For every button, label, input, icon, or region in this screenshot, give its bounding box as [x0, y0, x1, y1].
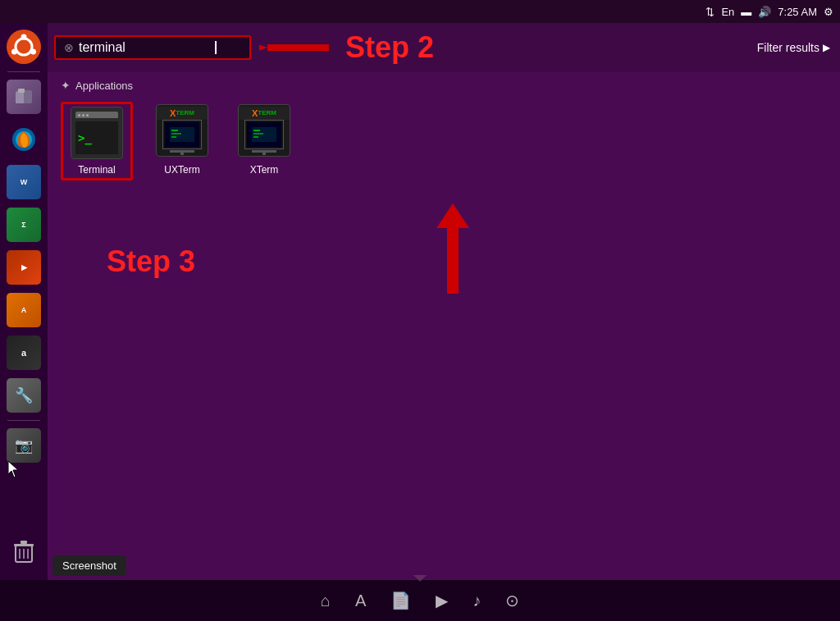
terminal-titlebar	[75, 112, 118, 118]
sidebar-item-screenshot-tool[interactable]: 📷	[4, 426, 43, 465]
xterm-monitor	[244, 120, 284, 149]
bottom-bar-arrow	[413, 575, 427, 582]
top-bar: ⇅ En ▬ 🔊 7:25 AM ⚙	[0, 0, 840, 23]
search-bar-container: ⊗ terminal Step 2 Filter results	[48, 23, 840, 72]
applications-section: ✦ Applications >_ Terminal	[48, 72, 840, 187]
filter-results-button[interactable]: Filter results ▶	[757, 41, 830, 54]
trash-icon	[7, 535, 41, 569]
files-icon	[7, 80, 41, 114]
terminal-prompt: >_	[78, 131, 92, 144]
sidebar-item-ubuntu[interactable]	[4, 27, 43, 66]
calc-icon: Σ	[7, 208, 41, 242]
sidebar-item-files[interactable]	[4, 77, 43, 116]
sidebar-item-impress[interactable]: ▶	[4, 248, 43, 287]
step3-label: Step 3	[107, 244, 195, 279]
step3-arrow-head	[436, 203, 469, 228]
terminal-screen: >_	[75, 121, 118, 154]
bottom-home-icon[interactable]: ⌂	[321, 591, 331, 610]
section-header-icon: ✦	[61, 79, 71, 92]
network-icon: ⇅	[705, 6, 714, 18]
main-content: ⊗ terminal Step 2 Filter results	[48, 23, 840, 580]
search-input[interactable]: terminal	[79, 40, 210, 55]
clock: 7:25 AM	[778, 6, 817, 18]
uxterm-stand	[180, 153, 184, 155]
sidebar: W Σ ▶ A a 🔧 📷	[0, 23, 48, 580]
svg-rect-21	[171, 136, 176, 138]
ubuntu-logo	[7, 30, 41, 64]
svg-rect-23	[253, 130, 260, 131]
bottom-music-icon[interactable]: ♪	[472, 591, 481, 610]
xterm-app-icon: X TERM	[235, 102, 293, 159]
top-bar-right: ⇅ En ▬ 🔊 7:25 AM ⚙	[705, 6, 833, 18]
bottom-play-icon[interactable]: ▶	[436, 591, 448, 610]
svg-rect-20	[171, 133, 181, 135]
sidebar-item-amazon[interactable]: a	[4, 333, 43, 372]
search-bar-wrapper: ⊗ terminal Step 2	[54, 30, 757, 66]
svg-rect-24	[253, 133, 263, 135]
step3-annotation-area: Step 3	[66, 203, 840, 294]
section-label: Applications	[75, 80, 133, 92]
xterm-screen	[247, 122, 281, 147]
svg-rect-11	[14, 544, 34, 546]
app-entry-uxterm[interactable]: X TERM	[149, 102, 215, 176]
uxterm-screen	[165, 122, 199, 147]
uxterm-icon-box: X TERM	[156, 104, 208, 157]
keyboard-layout[interactable]: En	[721, 6, 734, 18]
text-cursor	[215, 41, 217, 54]
filter-results-label: Filter results	[757, 41, 819, 54]
uxterm-term-text: TERM	[176, 109, 194, 116]
sidebar-item-calc[interactable]: Σ	[4, 205, 43, 244]
bottom-font-icon[interactable]: A	[355, 591, 366, 610]
sidebar-item-settings[interactable]: 🔧	[4, 376, 43, 415]
uxterm-app-label: UXTerm	[164, 164, 199, 176]
amazon-icon: a	[7, 336, 41, 370]
xterm-icon-box: X TERM	[238, 104, 290, 157]
bottom-document-icon[interactable]: 📄	[390, 591, 411, 610]
svg-rect-25	[253, 136, 258, 138]
store-icon: A	[7, 293, 41, 327]
screenshot-tooltip: Screenshot	[52, 555, 126, 576]
sidebar-item-trash[interactable]	[4, 532, 43, 572]
svg-rect-19	[171, 130, 178, 131]
sidebar-item-firefox[interactable]	[4, 120, 43, 159]
uxterm-app-icon: X TERM	[153, 102, 211, 159]
svg-rect-12	[21, 541, 27, 544]
search-input-box[interactable]: ⊗ terminal	[54, 35, 251, 60]
filter-results-arrow: ▶	[823, 42, 830, 53]
sidebar-item-store[interactable]: A	[4, 290, 43, 330]
step2-arrow-icon	[259, 30, 333, 66]
battery-icon: ▬	[741, 6, 751, 18]
bottom-camera-icon[interactable]: ⊙	[505, 591, 519, 610]
volume-icon: 🔊	[758, 6, 771, 18]
apps-grid: >_ Terminal X TERM	[61, 102, 827, 180]
step3-arrow-body	[447, 228, 459, 294]
xterm-x-letter: X	[252, 108, 258, 118]
xterm-header: X TERM	[239, 107, 290, 120]
sidebar-divider-1	[7, 71, 40, 72]
search-clear-icon[interactable]: ⊗	[64, 41, 74, 54]
svg-rect-7	[18, 89, 25, 93]
xterm-app-label: XTerm	[250, 164, 279, 176]
uxterm-header: X TERM	[157, 107, 208, 120]
svg-point-3	[11, 49, 17, 55]
app-entry-xterm[interactable]: X TERM	[231, 102, 297, 176]
step2-annotation: Step 2	[259, 30, 434, 66]
bottom-bar: ⌂ A 📄 ▶ ♪ ⊙	[0, 580, 840, 621]
step2-label: Step 2	[345, 30, 434, 65]
impress-icon: ▶	[7, 250, 41, 285]
screenshot-tool-icon: 📷	[7, 428, 41, 463]
svg-rect-6	[16, 92, 24, 103]
section-header: ✦ Applications	[61, 79, 827, 92]
settings-icon: 🔧	[7, 378, 41, 413]
terminal-app-icon: >_	[71, 107, 123, 159]
xterm-term-text: TERM	[258, 109, 276, 116]
xterm-stand	[262, 153, 266, 155]
svg-point-4	[30, 49, 36, 55]
system-settings-icon[interactable]: ⚙	[824, 6, 833, 18]
svg-point-2	[21, 34, 27, 40]
uxterm-monitor	[162, 120, 202, 149]
app-entry-terminal[interactable]: >_ Terminal	[61, 102, 133, 180]
sidebar-item-writer[interactable]: W	[4, 162, 43, 202]
sidebar-divider-2	[7, 420, 40, 421]
uxterm-x-letter: X	[170, 108, 176, 118]
